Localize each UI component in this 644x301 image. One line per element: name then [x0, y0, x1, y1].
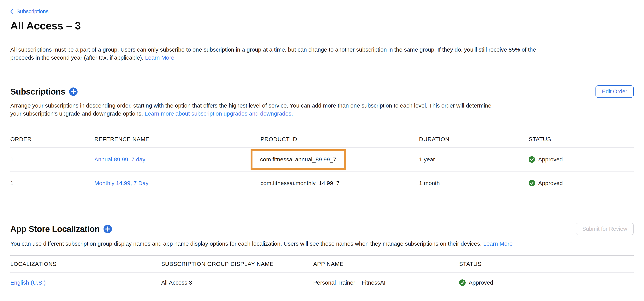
status-label: Approved: [538, 156, 563, 163]
plus-circle-icon: [104, 225, 112, 233]
reference-name-link-monthly[interactable]: Monthly 14.99, 7 Day: [94, 180, 148, 186]
column-header-product-id: PRODUCT ID: [260, 131, 419, 148]
status-badge: Approved: [459, 280, 634, 286]
column-header-group-display-name: SUBSCRIPTION GROUP DISPLAY NAME: [161, 256, 313, 272]
title-divider: [10, 40, 634, 40]
status-label: Approved: [538, 180, 563, 186]
intro-line-2: proceeds in the second year (after tax, …: [10, 54, 144, 61]
status-label: Approved: [469, 280, 493, 286]
localization-row-english-us: English (U.S.) All Access 3 Personal Tra…: [10, 272, 634, 293]
order-value: 1: [10, 156, 94, 163]
order-value: 1: [10, 180, 94, 186]
app-name-value: Personal Trainer – FitnessAI: [313, 280, 459, 286]
page-title: All Access – 3: [10, 20, 634, 32]
column-header-localizations: LOCALIZATIONS: [10, 256, 161, 272]
subscriptions-desc-line-1: Arrange your subscriptions in descending…: [10, 102, 492, 109]
localization-desc-line-1: You can use different subscription group…: [10, 240, 482, 247]
duration-value: 1 month: [419, 180, 529, 186]
intro-learn-more-link[interactable]: Learn More: [145, 54, 174, 61]
duration-value: 1 year: [419, 156, 529, 163]
column-header-status: STATUS: [529, 131, 634, 148]
subscriptions-section: Subscriptions Edit Order Arrange your su…: [10, 85, 634, 195]
localization-table: LOCALIZATIONS SUBSCRIPTION GROUP DISPLAY…: [10, 255, 634, 293]
breadcrumb: Subscriptions: [10, 8, 634, 14]
reference-name-link-annual[interactable]: Annual 89.99, 7 day: [94, 156, 145, 162]
plus-circle-icon: [69, 88, 78, 96]
edit-order-button[interactable]: Edit Order: [596, 85, 634, 98]
localization-learn-more-link[interactable]: Learn More: [483, 240, 512, 247]
localization-heading: App Store Localization: [10, 224, 100, 234]
column-header-app-name: APP NAME: [313, 256, 459, 272]
subscription-row-annual: 1 Annual 89.99, 7 day com.fitnessai.annu…: [10, 148, 634, 172]
subscriptions-table-header: ORDER REFERENCE NAME PRODUCT ID DURATION…: [10, 131, 634, 148]
column-header-duration: DURATION: [419, 131, 529, 148]
subscriptions-desc-line-2: your subscription's upgrade and downgrad…: [10, 110, 143, 117]
app-store-localization-section: App Store Localization Submit for Review…: [10, 223, 634, 293]
column-header-order: ORDER: [10, 131, 94, 148]
column-header-reference-name: REFERENCE NAME: [94, 131, 260, 148]
intro-line-1: All subscriptions must be a part of a gr…: [10, 46, 536, 53]
subscriptions-description: Arrange your subscriptions in descending…: [10, 102, 634, 118]
approved-check-icon: [529, 156, 535, 163]
localization-link-english-us[interactable]: English (U.S.): [10, 280, 46, 286]
product-id-value: com.fitnessai.annual_89.99_7: [260, 156, 336, 162]
add-localization-button[interactable]: [104, 225, 112, 233]
group-display-name-value: All Access 3: [161, 280, 313, 286]
add-subscription-button[interactable]: [69, 88, 78, 96]
subscription-group-page: Subscriptions All Access – 3 All subscri…: [0, 0, 644, 301]
status-badge: Approved: [529, 180, 634, 186]
chevron-left-icon[interactable]: [10, 8, 14, 14]
localization-table-header: LOCALIZATIONS SUBSCRIPTION GROUP DISPLAY…: [10, 255, 634, 272]
upgrades-downgrades-link[interactable]: Learn more about subscription upgrades a…: [144, 110, 293, 117]
approved-check-icon: [529, 180, 535, 186]
subscriptions-table: ORDER REFERENCE NAME PRODUCT ID DURATION…: [10, 131, 634, 195]
submit-for-review-button[interactable]: Submit for Review: [576, 223, 634, 235]
column-header-status: STATUS: [459, 256, 634, 272]
status-badge: Approved: [529, 156, 634, 163]
product-id-value: com.fitnessai.monthly_14.99_7: [260, 180, 419, 186]
product-id-highlight-box: com.fitnessai.annual_89.99_7: [250, 149, 346, 170]
breadcrumb-subscriptions-link[interactable]: Subscriptions: [16, 8, 48, 14]
localization-description: You can use different subscription group…: [10, 240, 634, 248]
approved-check-icon: [459, 280, 466, 286]
subscriptions-heading: Subscriptions: [10, 87, 65, 96]
subscription-row-monthly: 1 Monthly 14.99, 7 Day com.fitnessai.mon…: [10, 172, 634, 195]
intro-paragraph: All subscriptions must be a part of a gr…: [10, 46, 634, 62]
